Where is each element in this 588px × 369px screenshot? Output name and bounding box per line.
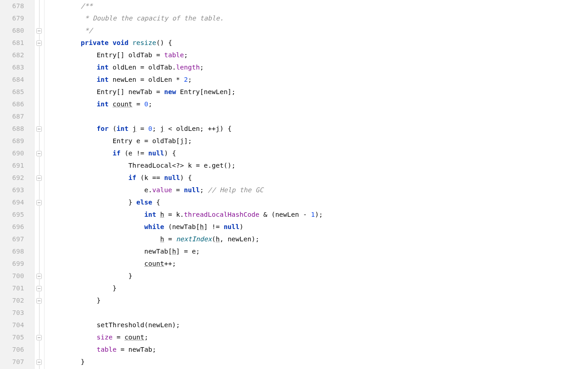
code-line[interactable]: ThreadLocal<?> k = e.get(); xyxy=(49,160,588,172)
code-line[interactable]: e.value = null; // Help the GC xyxy=(49,184,588,196)
line-number: 688 xyxy=(0,123,24,135)
fold-marker-icon[interactable] xyxy=(36,28,42,34)
code-line[interactable]: int h = k.threadLocalHashCode & (newLen … xyxy=(49,209,588,221)
fold-marker-icon[interactable] xyxy=(36,334,42,341)
line-number: 704 xyxy=(0,319,24,331)
fold-marker-icon[interactable] xyxy=(36,273,42,279)
line-number: 687 xyxy=(0,110,24,123)
line-number: 696 xyxy=(0,221,24,233)
code-line[interactable]: table = newTab; xyxy=(49,344,588,356)
code-line[interactable]: h = nextIndex(h, newLen); xyxy=(49,233,588,245)
line-number: 698 xyxy=(0,245,24,258)
code-line[interactable]: * Double the capacity of the table. xyxy=(49,12,588,25)
fold-column[interactable] xyxy=(35,0,45,369)
fold-marker-icon[interactable] xyxy=(36,298,42,304)
code-line[interactable]: int oldLen = oldTab.length; xyxy=(49,61,588,74)
line-number: 683 xyxy=(0,61,24,74)
line-number: 693 xyxy=(0,184,24,196)
line-number: 702 xyxy=(0,294,24,307)
code-line[interactable]: while (newTab[h] != null) xyxy=(49,221,588,233)
code-line[interactable]: } xyxy=(49,294,588,307)
fold-guide-line xyxy=(39,0,40,369)
line-number: 684 xyxy=(0,74,24,86)
line-number: 692 xyxy=(0,172,24,184)
code-editor: 6786796806816826836846856866876886896906… xyxy=(0,0,588,369)
code-line[interactable]: } xyxy=(49,270,588,282)
line-number: 691 xyxy=(0,160,24,172)
code-line[interactable]: private void resize() { xyxy=(49,37,588,49)
code-line[interactable] xyxy=(49,110,588,123)
line-number: 707 xyxy=(0,356,24,368)
line-number: 697 xyxy=(0,233,24,245)
fold-marker-icon[interactable] xyxy=(36,126,42,132)
code-line[interactable]: */ xyxy=(49,25,588,37)
line-number: 705 xyxy=(0,331,24,344)
line-number: 700 xyxy=(0,270,24,282)
line-number: 682 xyxy=(0,49,24,61)
code-line[interactable]: Entry e = oldTab[j]; xyxy=(49,135,588,147)
code-line[interactable]: int count = 0; xyxy=(49,98,588,110)
code-line[interactable]: } xyxy=(49,356,588,368)
code-line[interactable]: for (int j = 0; j < oldLen; ++j) { xyxy=(49,123,588,135)
line-number: 701 xyxy=(0,282,24,294)
code-line[interactable] xyxy=(49,307,588,319)
line-number: 694 xyxy=(0,196,24,209)
line-number: 679 xyxy=(0,12,24,25)
code-line[interactable]: newTab[h] = e; xyxy=(49,245,588,258)
line-number: 686 xyxy=(0,98,24,110)
line-number: 689 xyxy=(0,135,24,147)
code-line[interactable]: Entry[] newTab = new Entry[newLen]; xyxy=(49,86,588,98)
code-line[interactable]: } else { xyxy=(49,196,588,209)
line-number: 690 xyxy=(0,147,24,160)
fold-marker-icon[interactable] xyxy=(36,175,42,181)
code-line[interactable]: Entry[] oldTab = table; xyxy=(49,49,588,61)
line-number: 695 xyxy=(0,209,24,221)
fold-marker-icon[interactable] xyxy=(36,285,42,292)
code-line[interactable]: /** xyxy=(49,0,588,12)
code-line[interactable]: count++; xyxy=(49,258,588,270)
fold-marker-icon[interactable] xyxy=(36,359,42,365)
code-line[interactable]: } xyxy=(49,282,588,294)
line-number: 685 xyxy=(0,86,24,98)
code-line[interactable]: int newLen = oldLen * 2; xyxy=(49,74,588,86)
code-line[interactable]: setThreshold(newLen); xyxy=(49,319,588,331)
code-area[interactable]: /** * Double the capacity of the table. … xyxy=(45,0,588,369)
code-line[interactable]: if (k == null) { xyxy=(49,172,588,184)
line-number: 681 xyxy=(0,37,24,49)
code-line[interactable]: if (e != null) { xyxy=(49,147,588,160)
line-number: 703 xyxy=(0,307,24,319)
fold-marker-icon[interactable] xyxy=(36,150,42,157)
line-number: 680 xyxy=(0,25,24,37)
fold-marker-icon[interactable] xyxy=(36,40,42,46)
line-number: 678 xyxy=(0,0,24,12)
line-number-gutter: 6786796806816826836846856866876886896906… xyxy=(0,0,35,369)
code-line[interactable]: size = count; xyxy=(49,331,588,344)
line-number: 699 xyxy=(0,258,24,270)
line-number: 706 xyxy=(0,344,24,356)
fold-marker-icon[interactable] xyxy=(36,199,42,206)
